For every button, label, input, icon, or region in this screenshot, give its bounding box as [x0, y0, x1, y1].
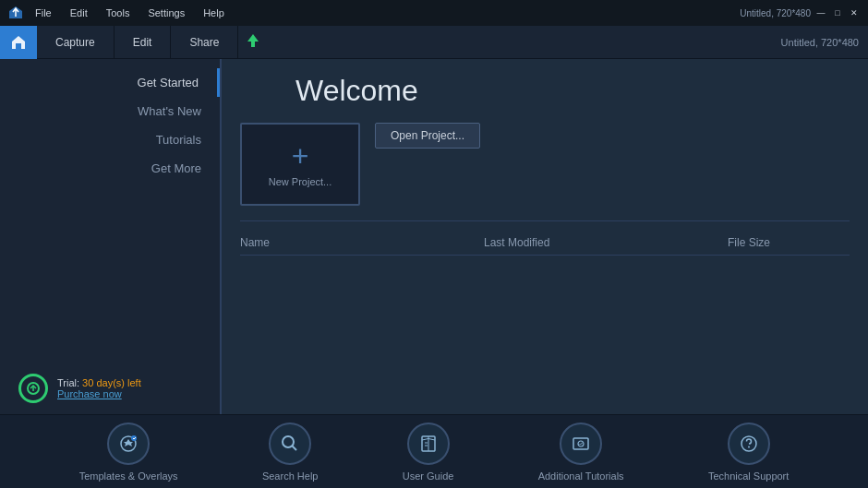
app-logo-icon [7, 5, 24, 21]
bottom-bar: Templates & Overlays Search Help User Gu… [0, 414, 868, 488]
templates-overlays-item[interactable]: Templates & Overlays [79, 423, 178, 482]
table-header: Name Last Modified File Size [240, 231, 850, 256]
svg-marker-1 [247, 34, 259, 47]
new-project-plus-icon: + [292, 141, 309, 171]
menu-settings[interactable]: Settings [144, 6, 188, 20]
svg-rect-0 [16, 43, 21, 49]
toolbar: Capture Edit Share Untitled, 720*480 [0, 26, 868, 59]
column-name: Name [240, 236, 484, 249]
templates-overlays-label: Templates & Overlays [79, 470, 178, 482]
new-project-label: New Project... [269, 176, 332, 187]
home-button[interactable] [0, 26, 37, 59]
tab-capture[interactable]: Capture [37, 26, 115, 59]
svg-point-15 [748, 446, 750, 447]
trial-icon [18, 374, 48, 403]
minimize-button[interactable]: — [814, 6, 827, 19]
projects-row: + New Project... Open Project... [240, 123, 850, 206]
trial-info: Trial: 30 day(s) left Purchase now [57, 377, 141, 399]
titlebar: File Edit Tools Settings Help Untitled, … [0, 0, 868, 26]
purchase-link[interactable]: Purchase now [57, 388, 141, 399]
content-area: Welcome + New Project... Open Project...… [222, 59, 868, 414]
column-last-modified: Last Modified [484, 236, 728, 249]
menu-help[interactable]: Help [199, 6, 228, 20]
additional-tutorials-item[interactable]: Additional Tutorials [538, 423, 624, 482]
titlebar-menus: File Edit Tools Settings Help [31, 6, 228, 20]
page-title: Welcome [295, 74, 850, 108]
sidebar-item-get-started[interactable]: Get Started [0, 68, 220, 97]
svg-line-7 [293, 446, 297, 450]
user-guide-label: User Guide [403, 470, 454, 482]
technical-support-label: Technical Support [708, 470, 789, 482]
column-file-size: File Size [728, 236, 850, 249]
table-divider [240, 220, 850, 221]
open-project-button[interactable]: Open Project... [375, 123, 480, 149]
menu-file[interactable]: File [31, 6, 55, 20]
tab-edit[interactable]: Edit [115, 26, 172, 59]
sidebar-item-whats-new[interactable]: What's New [0, 97, 220, 125]
titlebar-left: File Edit Tools Settings Help [7, 5, 228, 21]
main-area: Get Started What's New Tutorials Get Mor… [0, 59, 868, 414]
sidebar-item-tutorials[interactable]: Tutorials [0, 125, 220, 154]
upgrade-icon[interactable] [246, 32, 260, 53]
trial-section: Trial: 30 day(s) left Purchase now [0, 363, 220, 414]
trial-prefix: Trial: [57, 377, 79, 388]
svg-point-5 [131, 435, 137, 441]
technical-support-icon [728, 423, 770, 465]
templates-overlays-icon [107, 423, 150, 465]
maximize-button[interactable]: □ [831, 6, 844, 19]
new-project-tile[interactable]: + New Project... [240, 123, 360, 206]
user-guide-icon [407, 423, 450, 465]
window-controls: — □ ✕ [814, 6, 861, 19]
close-button[interactable]: ✕ [848, 6, 861, 19]
search-help-icon [269, 423, 311, 465]
svg-point-6 [283, 436, 294, 447]
technical-support-item[interactable]: Technical Support [708, 423, 789, 482]
trial-days: 30 day(s) left [82, 377, 141, 388]
sidebar-item-get-more[interactable]: Get More [0, 154, 220, 183]
search-help-item[interactable]: Search Help [262, 423, 319, 482]
search-help-label: Search Help [262, 470, 319, 482]
sidebar: Get Started What's New Tutorials Get Mor… [0, 59, 222, 414]
titlebar-right: Untitled, 720*480 — □ ✕ [740, 6, 861, 19]
menu-tools[interactable]: Tools [102, 6, 134, 20]
filename-label: Untitled, 720*480 [740, 8, 811, 18]
additional-tutorials-label: Additional Tutorials [538, 470, 624, 482]
projects-table: Name Last Modified File Size [240, 231, 850, 256]
menu-edit[interactable]: Edit [66, 6, 91, 20]
window-title: Untitled, 720*480 [781, 37, 868, 48]
additional-tutorials-icon [560, 423, 602, 465]
tab-share[interactable]: Share [171, 26, 238, 59]
trial-text: Trial: 30 day(s) left [57, 377, 141, 388]
user-guide-item[interactable]: User Guide [403, 423, 454, 482]
